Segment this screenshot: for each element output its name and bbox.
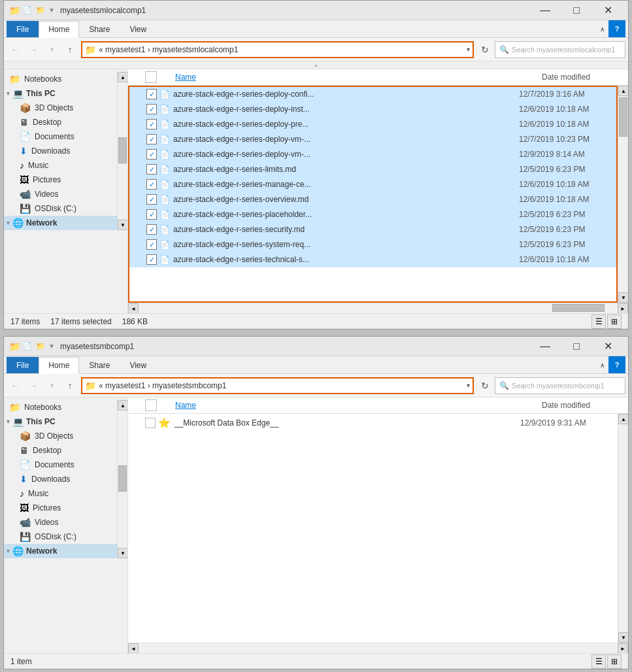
sidebar-osdisk-2[interactable]: 💾 OSDisk (C:)	[4, 529, 117, 544]
sidebar-thispc-2[interactable]: ▾ 💻 This PC	[4, 414, 117, 429]
file-row-1-8[interactable]: ✓📄azure-stack-edge-r-series-placeholder.…	[129, 207, 616, 222]
sidebar-documents-1[interactable]: 📄 Documents	[4, 129, 117, 144]
tab-share-2[interactable]: Share	[79, 357, 120, 373]
col-name-2[interactable]: Name	[170, 399, 537, 411]
file-scroll-down-2[interactable]: ▼	[618, 632, 628, 643]
file-checkbox-1-3[interactable]: ✓	[146, 134, 157, 144]
view-large-btn-2[interactable]: ⊞	[607, 654, 622, 669]
tab-home-2[interactable]: Home	[39, 357, 79, 374]
file-scroll-up-1[interactable]: ▲	[618, 86, 628, 96]
file-row-1-10[interactable]: ✓📄azure-stack-edge-r-series-system-req..…	[129, 237, 616, 252]
sidebar-osdisk-1[interactable]: 💾 OSDisk (C:)	[4, 201, 117, 216]
up-button-2[interactable]: ↑	[61, 377, 78, 394]
address-chevron-2[interactable]: ▾	[467, 382, 470, 389]
sidebar-videos-1[interactable]: 📹 Videos	[4, 187, 117, 201]
file-checkbox-1-2[interactable]: ✓	[146, 119, 157, 129]
file-checkbox-1-1[interactable]: ✓	[146, 104, 157, 114]
close-button-1[interactable]: ✕	[593, 1, 623, 20]
sidebar-pictures-1[interactable]: 🖼 Pictures	[4, 173, 117, 187]
recent-button-2[interactable]: ▾	[43, 377, 60, 394]
address-bar-2[interactable]: 📁 « myasetest1 › myasetestsmbcomp1 ▾	[81, 377, 474, 394]
header-checkbox-1[interactable]	[145, 71, 157, 83]
file-scroll-down-1[interactable]: ▼	[618, 292, 628, 303]
h-scroll-right-1[interactable]: ►	[618, 303, 628, 313]
maximize-button-1[interactable]: □	[561, 1, 591, 20]
sidebar-desktop-1[interactable]: 🖥 Desktop	[4, 115, 117, 129]
tab-view-2[interactable]: View	[120, 357, 156, 373]
h-scroll-left-1[interactable]: ◄	[128, 303, 139, 313]
sidebar-3dobjects-2[interactable]: 📦 3D Objects	[4, 429, 117, 443]
tab-view-1[interactable]: View	[120, 21, 156, 37]
minimize-button-2[interactable]: —	[530, 337, 560, 356]
sidebar-scroll-up-1[interactable]: ▲	[118, 72, 128, 82]
help-button-1[interactable]: ?	[608, 20, 625, 37]
sidebar-network-1[interactable]: ▾ 🌐 Network	[4, 216, 117, 230]
file-row-2-0[interactable]: ⭐__Microsoft Data Box Edge__12/9/2019 9:…	[128, 414, 618, 433]
back-button-1[interactable]: ←	[7, 41, 24, 58]
sidebar-music-1[interactable]: ♪ Music	[4, 158, 117, 173]
sidebar-scroll-down-2[interactable]: ▼	[118, 548, 128, 558]
sidebar-scroll-up-2[interactable]: ▲	[118, 400, 128, 411]
sidebar-videos-2[interactable]: 📹 Videos	[4, 515, 117, 529]
file-row-1-11[interactable]: ✓📄azure-stack-edge-r-series-technical-s.…	[129, 252, 616, 267]
view-large-btn-1[interactable]: ⊞	[607, 314, 622, 329]
file-row-1-5[interactable]: ✓📄azure-stack-edge-r-series-limits.md12/…	[129, 162, 616, 177]
col-date-1[interactable]: Date modified	[537, 71, 628, 83]
sidebar-3dobjects-1[interactable]: 📦 3D Objects	[4, 101, 117, 115]
file-checkbox-1-0[interactable]: ✓	[146, 89, 157, 99]
file-checkbox-1-5[interactable]: ✓	[146, 164, 157, 175]
h-scroll-left-2[interactable]: ◄	[128, 643, 139, 653]
col-name-1[interactable]: Name	[170, 71, 537, 83]
sidebar-downloads-2[interactable]: ⬇ Downloads	[4, 472, 117, 486]
sidebar-item-notebooks-2[interactable]: 📁 Notebooks	[4, 400, 117, 414]
maximize-button-2[interactable]: □	[561, 337, 591, 356]
file-checkbox-1-7[interactable]: ✓	[146, 194, 157, 205]
refresh-button-1[interactable]: ↻	[476, 41, 493, 58]
sidebar-documents-2[interactable]: 📄 Documents	[4, 458, 117, 472]
file-scroll-up-2[interactable]: ▲	[618, 414, 628, 424]
close-button-2[interactable]: ✕	[593, 337, 623, 356]
header-checkbox-2[interactable]	[145, 399, 157, 411]
file-checkbox-1-8[interactable]: ✓	[146, 209, 157, 220]
forward-button-1[interactable]: →	[25, 41, 42, 58]
sidebar-item-notebooks-1[interactable]: 📁 Notebooks	[4, 72, 117, 86]
file-row-1-1[interactable]: ✓📄azure-stack-edge-r-series-deploy-inst.…	[129, 102, 616, 117]
file-row-1-9[interactable]: ✓📄azure-stack-edge-r-series-security.md1…	[129, 222, 616, 237]
back-button-2[interactable]: ←	[7, 377, 24, 394]
sidebar-music-2[interactable]: ♪ Music	[4, 486, 117, 501]
sidebar-scroll-down-1[interactable]: ▼	[118, 220, 128, 230]
file-row-1-7[interactable]: ✓📄azure-stack-edge-r-series-overview.md1…	[129, 192, 616, 207]
up-button-1[interactable]: ↑	[61, 41, 78, 58]
h-scroll-right-2[interactable]: ►	[618, 643, 628, 653]
file-checkbox-1-6[interactable]: ✓	[146, 179, 157, 190]
address-bar-1[interactable]: 📁 « myasetest1 › myasetestsmlocalcomp1 ▾	[81, 41, 474, 58]
file-row-1-4[interactable]: ✓📄azure-stack-edge-r-series-deploy-vm-..…	[129, 147, 616, 162]
file-checkbox-1-9[interactable]: ✓	[146, 224, 157, 235]
minimize-button-1[interactable]: —	[530, 1, 560, 20]
file-checkbox-1-4[interactable]: ✓	[146, 149, 157, 160]
sidebar-thispc-1[interactable]: ▾ 💻 This PC	[4, 86, 117, 101]
title-menu-arrow[interactable]: ▼	[48, 7, 55, 14]
file-row-1-2[interactable]: ✓📄azure-stack-edge-r-series-deploy-pre..…	[129, 117, 616, 132]
view-details-btn-2[interactable]: ☰	[591, 654, 606, 669]
forward-button-2[interactable]: →	[25, 377, 42, 394]
file-checkbox-1-11[interactable]: ✓	[146, 254, 157, 265]
tab-file-2[interactable]: File	[7, 357, 39, 373]
title-menu-arrow-2[interactable]: ▼	[48, 343, 55, 350]
address-chevron-1[interactable]: ▾	[467, 46, 470, 53]
file-checkbox-1-10[interactable]: ✓	[146, 239, 157, 250]
sidebar-pictures-2[interactable]: 🖼 Pictures	[4, 501, 117, 515]
file-row-1-3[interactable]: ✓📄azure-stack-edge-r-series-deploy-vm-..…	[129, 132, 616, 147]
view-details-btn-1[interactable]: ☰	[591, 314, 606, 329]
sidebar-desktop-2[interactable]: 🖥 Desktop	[4, 443, 117, 458]
ribbon-collapse-2[interactable]: ∧	[595, 356, 608, 373]
file-row-1-0[interactable]: ✓📄azure-stack-edge-r-series-deploy-confi…	[129, 87, 616, 102]
file-row-1-6[interactable]: ✓📄azure-stack-edge-r-series-manage-ce...…	[129, 177, 616, 192]
tab-share-1[interactable]: Share	[79, 21, 120, 37]
sidebar-downloads-1[interactable]: ⬇ Downloads	[4, 144, 117, 158]
file-checkbox-2-0[interactable]	[145, 418, 156, 428]
tab-home-1[interactable]: Home	[39, 21, 79, 38]
tab-file-1[interactable]: File	[7, 21, 39, 37]
col-date-2[interactable]: Date modified	[537, 399, 628, 411]
refresh-button-2[interactable]: ↻	[476, 377, 493, 394]
